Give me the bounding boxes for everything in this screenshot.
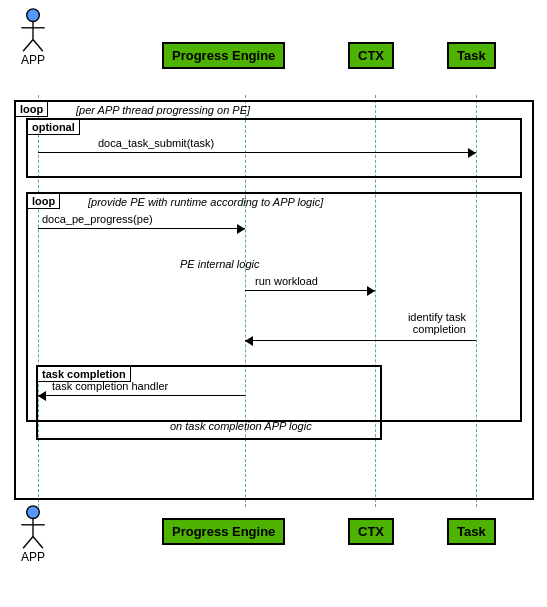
arrow-run-workload-head xyxy=(367,286,375,296)
frame-inner-loop-condition: [provide PE with runtime according to AP… xyxy=(88,196,323,208)
svg-point-0 xyxy=(27,9,40,22)
frame-optional-keyword: optional xyxy=(27,119,80,135)
arrow-doca-pe-progress: doca_pe_progress(pe) xyxy=(38,228,245,229)
svg-line-4 xyxy=(33,40,43,52)
text-pe-internal-logic: PE internal logic xyxy=(180,258,260,270)
component-task-top: Task xyxy=(447,42,496,69)
arrow-identify-task-completion: identify taskcompletion xyxy=(245,340,476,341)
arrow-task-completion-handler-head xyxy=(38,391,46,401)
arrow-task-completion-handler: task completion handler xyxy=(38,395,245,396)
text-on-task-completion: on task completion APP logic xyxy=(170,420,312,432)
arrow-run-workload-label: run workload xyxy=(255,275,318,287)
actor-app-top: APP xyxy=(18,8,48,67)
arrow-identify-task-completion-label: identify taskcompletion xyxy=(408,311,466,335)
svg-line-9 xyxy=(33,537,43,549)
arrow-identify-task-completion-head xyxy=(245,336,253,346)
component-progress-engine-top: Progress Engine xyxy=(162,42,285,69)
svg-point-5 xyxy=(27,506,40,519)
arrow-run-workload: run workload xyxy=(245,290,375,291)
actor-app-top-label: APP xyxy=(21,53,45,67)
actor-app-bottom-label: APP xyxy=(21,550,45,564)
arrow-doca-pe-progress-label: doca_pe_progress(pe) xyxy=(42,213,153,225)
actor-app-bottom: APP xyxy=(18,505,48,564)
arrow-doca-task-submit-label: doca_task_submit(task) xyxy=(98,137,214,149)
svg-line-8 xyxy=(23,537,33,549)
frame-inner-loop-keyword: loop xyxy=(27,193,60,209)
arrow-doca-task-submit-head xyxy=(468,148,476,158)
frame-outer-loop-condition: [per APP thread progressing on PE] xyxy=(76,104,250,116)
component-progress-engine-bottom: Progress Engine xyxy=(162,518,285,545)
arrow-doca-task-submit: doca_task_submit(task) xyxy=(38,152,476,153)
component-ctx-bottom: CTX xyxy=(348,518,394,545)
component-ctx-top: CTX xyxy=(348,42,394,69)
diagram-container: APP Progress Engine CTX Task loop [per A… xyxy=(0,0,547,607)
arrow-doca-pe-progress-head xyxy=(237,224,245,234)
actor-app-bottom-figure xyxy=(18,505,48,550)
actor-app-top-figure xyxy=(18,8,48,53)
frame-outer-loop-keyword: loop xyxy=(15,101,48,117)
svg-line-3 xyxy=(23,40,33,52)
arrow-task-completion-handler-label: task completion handler xyxy=(52,380,168,392)
component-task-bottom: Task xyxy=(447,518,496,545)
